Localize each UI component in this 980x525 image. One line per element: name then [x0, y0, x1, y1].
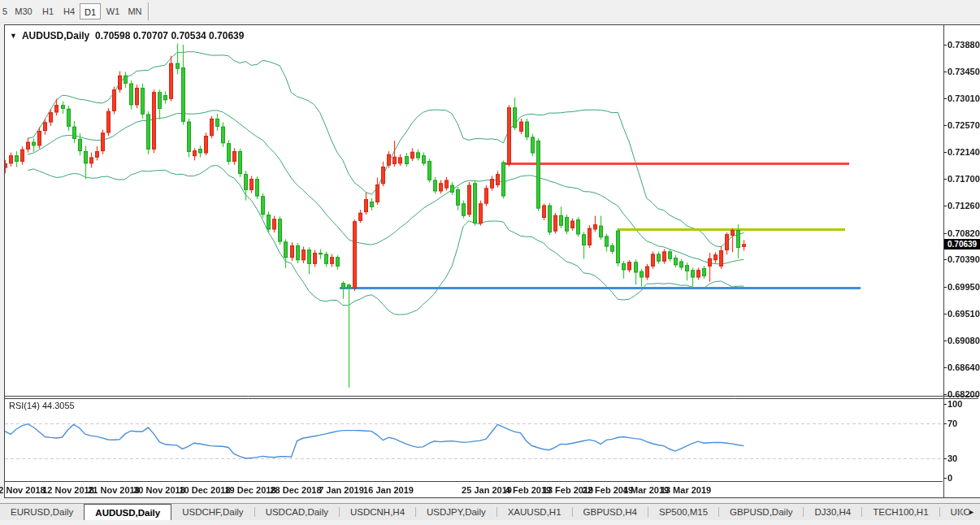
- date-axis-label: 13 Mar 2019: [661, 485, 711, 495]
- chart-tab-XAUUSD[interactable]: XAUUSD,H1: [497, 504, 572, 520]
- chart-symbol-label: AUDUSD,Daily: [22, 30, 89, 41]
- price-axis-label: 0.71700: [947, 174, 980, 184]
- rsi-axis-label: 30: [947, 453, 957, 463]
- price-axis-label: 0.69510: [947, 309, 980, 319]
- price-axis-label: 0.71260: [947, 201, 980, 210]
- chart-tab-USDCNH[interactable]: USDCNH,H4: [340, 504, 415, 520]
- tab-scroll-arrows: ◄►: [956, 504, 978, 520]
- chart-tab-TECH100[interactable]: TECH100,H1: [862, 504, 939, 520]
- chart-title: ▼AUDUSD,Daily 0.70598 0.70707 0.70534 0.…: [10, 30, 244, 41]
- price-axis-label: 0.68640: [947, 362, 980, 372]
- rsi-axis-label: 0: [947, 473, 952, 483]
- chart-tab-AUDUSD[interactable]: AUDUSD,Daily: [84, 504, 171, 520]
- price-axis-label: 0.70820: [947, 228, 980, 238]
- tab-scroll-left-icon[interactable]: ◄: [956, 504, 963, 520]
- mt4-terminal: 5M30H1H4D1W1MN ▼AUDUSD,Daily 0.70598 0.7…: [0, 0, 980, 525]
- date-axis-label: 21 Nov 2018: [88, 485, 140, 495]
- chart-tab-bar: EURUSD,DailyAUDUSD,DailyUSDCHF,DailyUSDC…: [0, 503, 980, 520]
- rsi-axis-label: 70: [947, 419, 957, 428]
- price-axis-label: 0.73010: [947, 93, 980, 103]
- price-axis-label: 0.69950: [947, 282, 980, 292]
- date-axis-label: 12 Nov 2018: [42, 485, 94, 495]
- chart-ohlc-values: 0.70598 0.70707 0.70534 0.70639: [95, 30, 245, 41]
- current-price-badge: 0.70639: [944, 239, 980, 249]
- chart-tab-USDCAD[interactable]: USDCAD,Daily: [255, 504, 339, 520]
- rsi-axis-label: 100: [947, 399, 962, 409]
- date-axis-label: 25 Jan 2019: [462, 485, 512, 495]
- price-axis-label: 0.73880: [947, 40, 980, 50]
- price-axis-label: 0.70390: [947, 254, 980, 264]
- date-axis-label: 2 Nov 2018: [0, 485, 46, 495]
- chart-tab-EURUSD[interactable]: EURUSD,Daily: [0, 504, 84, 520]
- chart-tab-GBPUSD[interactable]: GBPUSD,Daily: [719, 504, 803, 520]
- price-axis-label: 0.72140: [947, 147, 980, 157]
- chart-tab-USDJPY[interactable]: USDJPY,Daily: [416, 504, 497, 520]
- chart-tab-GBPUSD[interactable]: GBPUSD,H4: [573, 504, 648, 520]
- chart-tab-DJ30[interactable]: DJ30,H4: [804, 504, 861, 520]
- price-axis-label: 0.69080: [947, 336, 980, 345]
- date-axis-label: 10 Dec 2018: [180, 485, 231, 495]
- tab-scroll-right-icon[interactable]: ►: [968, 504, 975, 520]
- date-axis-label: 16 Jan 2019: [363, 485, 414, 495]
- chart-dropdown-icon[interactable]: ▼: [10, 32, 17, 40]
- chart-tab-USDCHF[interactable]: USDCHF,Daily: [171, 504, 254, 520]
- price-axis-label: 0.68200: [947, 389, 980, 399]
- date-axis-label: 19 Dec 2018: [225, 485, 276, 495]
- price-axis-label: 0.72570: [947, 120, 980, 130]
- date-axis-label: 30 Nov 2018: [133, 485, 185, 495]
- date-axis-label: 28 Dec 2018: [271, 485, 322, 495]
- chart-tab-SP500[interactable]: SP500,M15: [648, 504, 718, 520]
- date-axis-label: 7 Jan 2019: [319, 485, 364, 495]
- price-chart-canvas[interactable]: [0, 0, 980, 525]
- price-axis-label: 0.73450: [947, 67, 980, 76]
- rsi-indicator-label: RSI(14) 44.3055: [9, 401, 75, 410]
